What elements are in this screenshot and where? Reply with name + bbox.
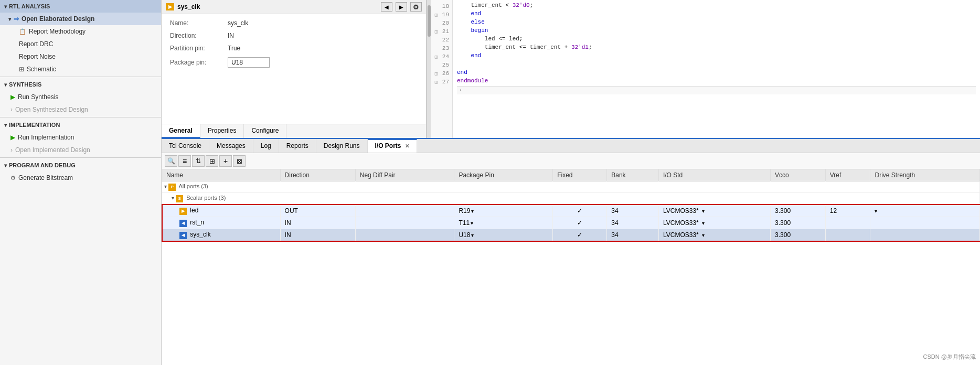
sidebar-section-label: IMPLEMENTATION: [9, 122, 60, 128]
tab-reports[interactable]: Reports: [279, 139, 316, 153]
rstn-iostd-dropdown[interactable]: ▾: [702, 220, 705, 226]
code-editor: 18 ◫19 20 ◫21 22 23 ◫24 25 ◫26 ◫27 timer…: [431, 0, 980, 138]
cell-sysclk-fixed: ✓: [553, 229, 607, 242]
chevron-down-icon: ▾: [8, 16, 11, 22]
main-area: ▶ sys_clk ◀ ▶ ⚙ Name: sys_clk Direction:…: [162, 0, 980, 365]
play-icon: ▶: [10, 134, 15, 141]
sidebar-section-synthesis[interactable]: ▾ SYNTHESIS: [0, 78, 161, 91]
prop-package-pin-label: Package pin:: [170, 59, 228, 66]
top-panel: ▶ sys_clk ◀ ▶ ⚙ Name: sys_clk Direction:…: [162, 0, 980, 139]
line-num-23: 23: [431, 44, 452, 52]
sidebar-item-run-implementation[interactable]: ▶ Run Implementation: [0, 131, 161, 144]
tab-io-ports-close[interactable]: ✕: [405, 143, 409, 149]
prop-direction-row: Direction: IN: [170, 32, 418, 39]
col-header-direction: Direction: [280, 169, 355, 181]
cell-sysclk-io-std: LVCMOS33* ▾: [658, 229, 770, 242]
sidebar-item-report-noise[interactable]: Report Noise: [0, 50, 161, 63]
rstn-pkg-dropdown[interactable]: ▾: [471, 220, 473, 226]
cell-sysclk-vcco: 3.300: [771, 229, 826, 242]
prop-package-pin-input[interactable]: [228, 57, 270, 68]
search-button[interactable]: 🔍: [165, 155, 177, 167]
tab-log[interactable]: Log: [253, 139, 279, 153]
col-header-neg-diff: Neg Diff Pair: [355, 169, 454, 181]
tab-general[interactable]: General: [162, 124, 200, 138]
sidebar-item-report-drc[interactable]: Report DRC: [0, 38, 161, 50]
sidebar-item-open-elaborated-design[interactable]: ▾ ⇒ Open Elaborated Design: [0, 13, 161, 25]
cell-rstn-vcco: 3.300: [771, 217, 826, 229]
sidebar-section-program-debug[interactable]: ▾ PROGRAM AND DEBUG: [0, 159, 161, 171]
line-num-19: ◫19: [431, 10, 452, 19]
led-port-icon: ▶: [179, 208, 187, 215]
sysclk-iostd-dropdown[interactable]: ▾: [702, 232, 705, 238]
add-port-button[interactable]: +: [219, 155, 232, 167]
cell-rstn-drive-strength: [870, 217, 980, 229]
code-content[interactable]: timer_cnt < 32'd0; end else begin led <=…: [453, 0, 980, 138]
led-pkg-dropdown[interactable]: ▾: [471, 208, 474, 214]
sidebar-item-report-methodology[interactable]: 📋 Report Methodology: [0, 25, 161, 38]
group-port-icon: P: [168, 184, 176, 191]
sidebar-item-open-synthesized-design[interactable]: › Open Synthesized Design: [0, 103, 161, 116]
cell-rstn-bank: 34: [607, 217, 659, 229]
code-line-24: end: [457, 52, 976, 61]
cell-sysclk-neg-diff: [355, 229, 454, 242]
auto-size-columns-button[interactable]: ≡: [178, 155, 191, 167]
tab-messages[interactable]: Messages: [209, 139, 253, 153]
prop-back-button[interactable]: ◀: [381, 2, 392, 12]
sidebar-item-label: Open Implemented Design: [15, 146, 90, 154]
subgroup-port-icon: S: [176, 195, 183, 202]
group-all-ports[interactable]: ▾ P All ports (3): [162, 181, 980, 193]
sidebar: ▾ RTL ANALYSIS ▾ ⇒ Open Elaborated Desig…: [0, 0, 162, 365]
io-ports-table: Name Direction Neg Diff Pair Package Pin…: [162, 169, 980, 242]
cell-led-direction: OUT: [280, 205, 355, 217]
sidebar-item-label: Schematic: [27, 66, 56, 73]
sidebar-item-schematic[interactable]: ⊞ Schematic: [0, 63, 161, 76]
chevron-down-icon: ▾: [4, 122, 7, 128]
prop-direction-value: IN: [228, 32, 234, 39]
tab-bar: Tcl Console Messages Log Reports Design …: [162, 139, 980, 153]
code-scroll-bottom[interactable]: ‹: [457, 86, 976, 94]
io-ports-table-container[interactable]: Name Direction Neg Diff Pair Package Pin…: [162, 169, 980, 365]
led-drive-dropdown[interactable]: ▾: [875, 208, 877, 214]
expand-all-button[interactable]: ⊞: [206, 155, 218, 167]
col-header-vcco: Vcco: [771, 169, 826, 181]
line-num-21: ◫21: [431, 27, 452, 36]
prop-settings-button[interactable]: ⚙: [410, 2, 422, 12]
prop-forward-button[interactable]: ▶: [396, 2, 407, 12]
table-row-led[interactable]: ▶ led OUT R19 ▾ ✓ 34: [162, 205, 980, 217]
sidebar-section-rtl-analysis[interactable]: ▾ RTL ANALYSIS: [0, 0, 161, 13]
sidebar-item-run-synthesis[interactable]: ▶ Run Synthesis: [0, 91, 161, 103]
line-num-26: ◫26: [431, 69, 452, 78]
tab-io-ports[interactable]: I/O Ports ✕: [368, 139, 417, 153]
code-line-25: [457, 61, 976, 69]
group-scalar-ports[interactable]: ▾ S Scalar ports (3): [162, 193, 980, 205]
sysclk-pkg-dropdown[interactable]: ▾: [471, 232, 474, 238]
led-iostd-dropdown[interactable]: ▾: [702, 208, 705, 214]
fit-columns-button[interactable]: ⇅: [192, 155, 205, 167]
tab-configure[interactable]: Configure: [244, 124, 286, 138]
tab-properties[interactable]: Properties: [200, 124, 244, 138]
io-ports-toolbar: 🔍 ≡ ⇅ ⊞ + ⊠: [162, 153, 980, 169]
sidebar-item-generate-bitstream[interactable]: ⚙ Generate Bitstream: [0, 171, 161, 184]
line-num-27: ◫27: [431, 78, 452, 86]
scroll-indicator: ‹: [459, 88, 462, 93]
cell-sysclk-name: ◀ sys_clk: [162, 229, 280, 242]
sidebar-item-open-implemented-design[interactable]: › Open Implemented Design: [0, 144, 161, 156]
line-num-24: ◫24: [431, 52, 452, 61]
group-expand-icon: ▾: [164, 184, 167, 189]
bottom-panel: Tcl Console Messages Log Reports Design …: [162, 139, 980, 365]
table-row-rst-n[interactable]: ◀ rst_n IN T11 ▾ ✓ 34: [162, 217, 980, 229]
chevron-down-icon: ▾: [4, 163, 7, 168]
table-row-sys-clk[interactable]: ◀ sys_clk IN U18 ▾ ✓ 34: [162, 229, 980, 242]
properties-scrollbar[interactable]: [427, 0, 431, 138]
sidebar-item-label: Report Methodology: [29, 28, 86, 35]
delete-port-button[interactable]: ⊠: [233, 155, 246, 167]
cell-rstn-io-std: LVCMOS33* ▾: [658, 217, 770, 229]
cell-rstn-fixed: ✓: [553, 217, 607, 229]
sidebar-section-label: SYNTHESIS: [9, 81, 41, 88]
cell-sysclk-vref: [825, 229, 870, 242]
table-body: ▾ P All ports (3) ▾ S Scalar ports (3): [162, 181, 980, 242]
sidebar-section-implementation[interactable]: ▾ IMPLEMENTATION: [0, 119, 161, 131]
tab-tcl-console[interactable]: Tcl Console: [162, 139, 209, 153]
cell-sysclk-direction: IN: [280, 229, 355, 242]
tab-design-runs[interactable]: Design Runs: [316, 139, 368, 153]
